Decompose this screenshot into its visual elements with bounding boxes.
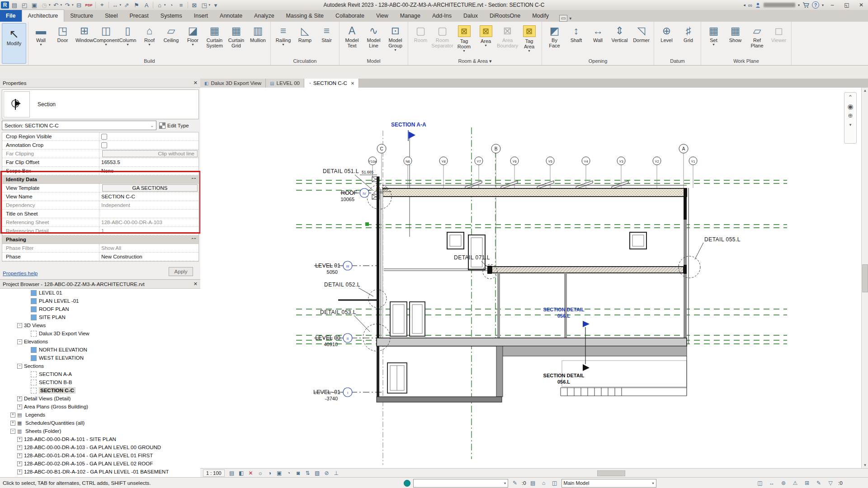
- worksharing-monitor-icon[interactable]: ⌂: [540, 480, 548, 486]
- redo-dropdown-icon[interactable]: ▾: [72, 3, 74, 7]
- temporary-view-properties-icon[interactable]: ▧: [313, 469, 321, 477]
- worksharing-requests-icon[interactable]: ▤: [529, 480, 537, 486]
- ribbon-tab-dalux[interactable]: Dalux: [458, 10, 484, 22]
- close-view-tab-icon[interactable]: ✕: [351, 81, 354, 86]
- set-work-plane-dropdown-icon[interactable]: ▼: [712, 43, 715, 46]
- close-button[interactable]: ✕: [855, 0, 867, 9]
- tree-item-roof-plan[interactable]: ROOF PLAN: [0, 305, 200, 313]
- expand-icon[interactable]: +: [17, 461, 22, 466]
- component-dropdown-icon[interactable]: ▼: [104, 43, 108, 46]
- curtain-grid-button[interactable]: ▦CurtainGrid: [226, 23, 247, 48]
- reference-planes-vertical[interactable]: [472, 127, 495, 459]
- help-icon[interactable]: ?: [812, 1, 819, 9]
- type-combo[interactable]: Section: SECTION C-C⌄: [2, 121, 156, 130]
- aligned-dimension-icon[interactable]: ↔: [111, 1, 120, 9]
- properties-help-link[interactable]: Properties help: [3, 271, 38, 276]
- detail-level-icon[interactable]: ▤: [228, 469, 236, 477]
- ref-plane-button[interactable]: ▱RefPlane: [746, 23, 768, 48]
- basement[interactable]: [377, 346, 503, 402]
- collapse-chevron-icon[interactable]: ⌃⌃: [191, 177, 196, 182]
- ribbon-tab-add-ins[interactable]: Add-Ins: [426, 10, 458, 22]
- design-options-icon[interactable]: ◫: [551, 480, 559, 486]
- panel-label-datum[interactable]: Datum: [654, 57, 701, 65]
- sync-with-central-dropdown-icon[interactable]: ▾: [49, 3, 51, 7]
- tree-item-section-b-b[interactable]: SECTION B-B: [0, 378, 200, 386]
- railing-dropdown-icon[interactable]: ▼: [282, 43, 285, 46]
- property-group-phasing[interactable]: Phasing⌃⌃: [2, 235, 198, 244]
- default-3d-view-icon[interactable]: ⌂: [155, 1, 164, 9]
- mullion-button[interactable]: ▥Mullion: [247, 23, 269, 43]
- horizontal-scrollbar[interactable]: [344, 469, 867, 477]
- tree-item-site-plan[interactable]: SITE PLAN: [0, 313, 200, 321]
- view-tab-level-00[interactable]: ▤LEVEL 00: [266, 79, 304, 88]
- project-browser-close-icon[interactable]: ✕: [193, 281, 198, 287]
- nav-options-icon[interactable]: ▾: [849, 122, 852, 128]
- tree-item-128-abc-00-02-dr-a-105-ga-plan-level-02-roof[interactable]: +128-ABC-00-02-DR-A-105 - GA PLAN LEVEL …: [0, 460, 200, 468]
- section-icon[interactable]: ◔: [167, 1, 176, 9]
- roof-dropdown-icon[interactable]: ▼: [148, 43, 151, 46]
- tag-area-dropdown-icon[interactable]: ▼: [528, 49, 531, 52]
- collapse-icon[interactable]: −: [17, 364, 22, 369]
- grid-lines[interactable]: [373, 153, 693, 272]
- ribbon-tab-file[interactable]: File: [0, 10, 22, 22]
- tree-item-level-01[interactable]: LEVEL 01: [0, 289, 200, 297]
- column-button[interactable]: ▯Column▼: [117, 23, 138, 46]
- worksharing-status-icon[interactable]: [404, 480, 410, 487]
- worksharing-display-icon[interactable]: ⇅: [304, 469, 312, 477]
- properties-close-icon[interactable]: ✕: [193, 80, 198, 86]
- expand-icon[interactable]: +: [17, 396, 22, 401]
- section-detail-label-blue[interactable]: SECTION DETAIL: [543, 307, 585, 312]
- tree-item-detail-views-detail-[interactable]: +Detail Views (Detail): [0, 394, 200, 403]
- hide-analytical-model-icon[interactable]: ⊘: [323, 469, 331, 477]
- door-button[interactable]: ◳Door: [52, 23, 73, 43]
- set-work-plane-button[interactable]: ▦Set▼: [703, 23, 724, 46]
- level-01-floor[interactable]: [384, 266, 684, 274]
- interior-wall[interactable]: [564, 273, 567, 338]
- curtain-system-button[interactable]: ▦CurtainSystem: [204, 23, 225, 48]
- tree-item-section-c-c[interactable]: SECTION C-C: [0, 386, 200, 394]
- ribbon-display-toggle[interactable]: ▭▾: [559, 15, 571, 22]
- floor-button[interactable]: ◪Floor▼: [182, 23, 203, 46]
- ribbon-tab-insert[interactable]: Insert: [188, 10, 214, 22]
- ground-floor-slab[interactable]: [377, 338, 687, 346]
- expand-icon[interactable]: +: [17, 453, 22, 458]
- exclude-options-icon[interactable]: ◫: [756, 480, 764, 486]
- tree-item-west-elevation[interactable]: WEST ELEVATION: [0, 354, 200, 362]
- panel-label-work-plane[interactable]: Work Plane: [701, 57, 791, 65]
- model-group-dropdown-icon[interactable]: ▼: [394, 48, 397, 52]
- warnings-icon[interactable]: ⚠: [791, 480, 799, 486]
- detail-label[interactable]: DETAIL 053.L: [320, 309, 356, 315]
- modify-button[interactable]: ↖Modify: [2, 23, 26, 64]
- collapse-icon[interactable]: −: [17, 339, 22, 344]
- panel-label-circulation[interactable]: Circulation: [271, 57, 339, 65]
- file-menu-icon[interactable]: ▤: [10, 1, 19, 9]
- temporary-hide-isolate-icon[interactable]: ◔: [285, 469, 293, 477]
- railing-button[interactable]: ≡Railing▼: [273, 23, 294, 46]
- switch-windows-icon[interactable]: ◳: [200, 1, 209, 9]
- visual-style-icon[interactable]: ◧: [237, 469, 245, 477]
- by-face-button[interactable]: ◩ByFace: [544, 23, 565, 48]
- ribbon-tab-annotate[interactable]: Annotate: [214, 10, 248, 22]
- grid-button[interactable]: ♯Grid: [678, 23, 699, 43]
- view-tab-section-c-c[interactable]: ◔SECTION C-C✕: [304, 79, 359, 88]
- print-icon[interactable]: ⊟: [75, 1, 84, 9]
- tree-item-dalux-3d-export-view[interactable]: Dalux 3D Export View: [0, 329, 200, 338]
- ribbon-tab-manage[interactable]: Manage: [394, 10, 426, 22]
- show-work-plane-button[interactable]: ▦Show: [725, 23, 746, 43]
- panel-label-model[interactable]: Model: [340, 57, 408, 65]
- default-3d-view-dropdown-icon[interactable]: ▾: [164, 3, 166, 7]
- ribbon-tab-systems[interactable]: Systems: [155, 10, 188, 22]
- expand-icon[interactable]: +: [17, 404, 22, 409]
- section-detail-label-blue[interactable]: 056.L: [557, 313, 570, 319]
- ribbon-tab-precast[interactable]: Precast: [123, 10, 154, 22]
- pin-icon[interactable]: ⌖: [98, 1, 107, 9]
- crop-region-visible-checkbox[interactable]: [101, 134, 107, 140]
- tree-item-legends[interactable]: +▤Legends: [0, 411, 200, 419]
- close-inactive-views-icon[interactable]: ⊠: [190, 1, 199, 9]
- expand-icon[interactable]: +: [17, 437, 22, 442]
- type-selector[interactable]: Section: [2, 89, 199, 119]
- undo-icon[interactable]: ↶: [52, 1, 61, 9]
- ribbon-tab-view[interactable]: View: [370, 10, 394, 22]
- wall-opening-button[interactable]: ↔Wall: [587, 23, 609, 43]
- roof-slab[interactable]: [383, 185, 687, 197]
